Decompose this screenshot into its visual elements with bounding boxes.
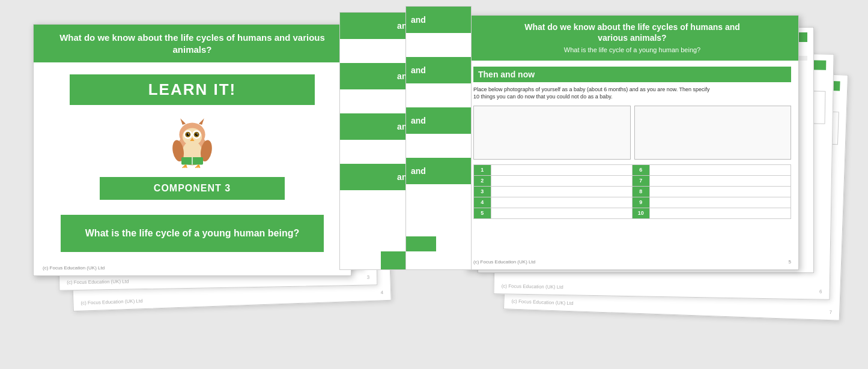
num-2: 2	[474, 175, 491, 186]
page-3-footer-right: 3	[367, 275, 370, 280]
learn-it-banner: LEARN IT!	[70, 74, 315, 105]
table-row: 4 9	[474, 197, 791, 208]
num-10: 10	[632, 208, 649, 218]
page-3-footer: (c) Focus Education (UK) Ltd 3	[59, 274, 377, 285]
page-r-footer-right: 5	[789, 259, 791, 265]
content-2	[491, 175, 632, 186]
right-side-peek: and and and and	[405, 6, 472, 270]
photo-box-baby	[473, 106, 631, 160]
page-r7-footer-right: 7	[830, 310, 833, 315]
page-r-footer-left: (c) Focus Education (UK) Ltd	[473, 259, 535, 265]
page-r6-footer: (c) Focus Education (UK) Ltd 6	[494, 283, 830, 295]
page-r-header-main: What do we know about the life cycles of…	[475, 22, 789, 43]
num-3: 3	[474, 186, 491, 197]
content-3	[491, 186, 632, 197]
owl-illustration	[34, 114, 351, 168]
table-row: 1 6	[474, 164, 791, 175]
page-1-front: What do we know about the life cycles of…	[33, 24, 351, 276]
page-4-footer-left: (c) Focus Education (UK) Ltd	[80, 298, 142, 306]
content-1	[491, 164, 632, 175]
page-r-main: What do we know about the life cycles of…	[466, 15, 799, 270]
table-row: 5 10	[474, 208, 791, 218]
page-r7-footer-left: (c) Focus Education (UK) Ltd	[511, 299, 573, 307]
photo-row	[473, 106, 791, 160]
svg-marker-2	[180, 118, 186, 125]
page-r7-footer: (c) Focus Education (UK) Ltd 7	[504, 298, 839, 315]
svg-marker-3	[199, 118, 204, 125]
page-r6-footer-right: 6	[819, 289, 822, 295]
photo-box-now	[634, 106, 792, 160]
page-4-footer: (c) Focus Education (UK) Ltd 4	[73, 290, 390, 306]
page-r-header-sub: What is the life cycle of a young human …	[475, 46, 789, 54]
activity-table: 1 6 2 7 3 8	[473, 164, 791, 219]
table-row: 2 7	[474, 175, 791, 186]
svg-point-10	[195, 133, 198, 136]
page-4-footer-right: 4	[381, 290, 384, 295]
question-box: What is the life cycle of a young human …	[61, 215, 324, 252]
svg-point-9	[187, 133, 190, 136]
page-r6-footer-left: (c) Focus Education (UK) Ltd	[502, 283, 563, 290]
content-9	[649, 197, 791, 208]
num-9: 9	[632, 197, 649, 208]
then-now-section: Then and now Place below photographs of …	[473, 67, 791, 219]
page-r-footer: (c) Focus Education (UK) Ltd 5	[466, 259, 798, 265]
then-now-title: Then and now	[473, 67, 791, 82]
svg-point-12	[196, 133, 198, 134]
content-6	[649, 164, 791, 175]
content-5	[491, 208, 632, 218]
component-badge: COMPONENT 3	[100, 177, 285, 200]
page-r-header: What do we know about the life cycles of…	[466, 16, 798, 61]
content-4	[491, 197, 632, 208]
num-1: 1	[474, 164, 491, 175]
content-7	[649, 175, 791, 186]
num-7: 7	[632, 175, 649, 186]
num-4: 4	[474, 197, 491, 208]
content-8	[649, 186, 791, 197]
content-10	[649, 208, 791, 218]
page-3-footer-left: (c) Focus Education (UK) Ltd	[67, 279, 129, 286]
table-row: 3 8	[474, 186, 791, 197]
num-5: 5	[474, 208, 491, 218]
page-1-footer: (c) Focus Education (UK) Ltd 1	[34, 265, 351, 271]
page-1-footer-left: (c) Focus Education (UK) Ltd	[43, 265, 105, 271]
num-8: 8	[632, 186, 649, 197]
then-now-desc: Place below photographs of yourself as a…	[473, 86, 791, 101]
num-6: 6	[632, 164, 649, 175]
page-1-header: What do we know about the life cycles of…	[34, 25, 351, 62]
svg-point-11	[188, 133, 189, 134]
